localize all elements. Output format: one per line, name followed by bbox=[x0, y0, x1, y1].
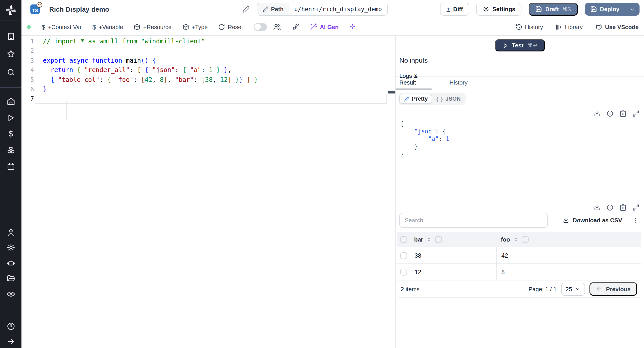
json-toggle-button[interactable]: { } JSON bbox=[432, 94, 465, 103]
table-row[interactable]: 3842 bbox=[397, 247, 641, 264]
column-header-foo[interactable]: foo bbox=[501, 236, 510, 243]
settings-gear-icon[interactable] bbox=[0, 241, 22, 254]
history-button[interactable]: History bbox=[516, 24, 543, 30]
search-input[interactable] bbox=[399, 213, 548, 228]
format-brush-icon[interactable] bbox=[292, 23, 300, 31]
runs-play-icon[interactable] bbox=[0, 111, 22, 124]
panel-resize-divider[interactable] bbox=[389, 36, 395, 348]
path-label: Path bbox=[271, 6, 284, 12]
expand-icon[interactable] bbox=[632, 110, 640, 117]
test-button[interactable]: Test ⌘↵ bbox=[495, 39, 545, 52]
edit-summary-pencil-icon[interactable] bbox=[242, 6, 250, 13]
code-line[interactable]: 1// import * as wmill from "windmill-cli… bbox=[22, 37, 389, 46]
kebab-menu-icon[interactable] bbox=[632, 217, 639, 224]
workspace-building-icon[interactable] bbox=[0, 30, 22, 43]
collab-toggle[interactable] bbox=[254, 23, 267, 31]
ai-gen-button[interactable]: AI Gen bbox=[310, 23, 339, 30]
column-filter-checkbox[interactable] bbox=[522, 236, 528, 243]
info-icon[interactable] bbox=[606, 110, 614, 117]
page-title: Rich Display demo bbox=[49, 0, 109, 18]
vscode-icon bbox=[595, 23, 602, 30]
folders-icon[interactable] bbox=[0, 272, 22, 285]
settings-button[interactable]: Settings bbox=[476, 3, 522, 16]
add-type-button[interactable]: +Type bbox=[182, 24, 208, 30]
user-icon[interactable] bbox=[0, 226, 22, 239]
add-context-var-button[interactable]: $ +Context Var bbox=[42, 23, 82, 31]
workers-robot-icon[interactable] bbox=[0, 256, 22, 270]
draft-shortcut: ⌘S bbox=[562, 6, 571, 12]
table-header-row: bar foo bbox=[397, 232, 641, 247]
line-number: 2 bbox=[22, 46, 34, 56]
result-spacer bbox=[396, 158, 644, 204]
column-header-bar[interactable]: bar bbox=[414, 236, 423, 243]
search-icon[interactable] bbox=[0, 65, 22, 79]
code-lines: 1// import * as wmill from "windmill-cli… bbox=[22, 36, 389, 104]
download-icon[interactable] bbox=[594, 204, 600, 211]
clipboard-copy-icon[interactable] bbox=[620, 110, 626, 117]
clipboard-copy-icon[interactable] bbox=[620, 204, 626, 211]
deploy-button[interactable]: Deploy bbox=[585, 3, 625, 16]
table-search-row: Download as CSV bbox=[396, 211, 644, 228]
users-icon[interactable] bbox=[274, 23, 281, 31]
code-line[interactable]: 2 bbox=[22, 46, 389, 56]
tab-logs-result[interactable]: Logs & Result bbox=[399, 72, 432, 90]
info-icon[interactable] bbox=[606, 204, 614, 211]
code-editor[interactable]: 1// import * as wmill from "windmill-cli… bbox=[22, 36, 389, 348]
tab-history[interactable]: History bbox=[450, 79, 468, 90]
line-number: 7 bbox=[22, 94, 34, 104]
magic-wand-icon bbox=[310, 23, 317, 30]
windmill-logo[interactable] bbox=[0, 0, 22, 20]
code-line[interactable]: 5 { "table-col": { "foo": [42, 8], "bar"… bbox=[22, 75, 389, 84]
pretty-toggle-button[interactable]: Pretty bbox=[399, 94, 432, 104]
code-line[interactable]: 6} bbox=[22, 84, 389, 94]
page-size-select[interactable]: 25 bbox=[561, 282, 585, 296]
path-button[interactable]: Path bbox=[257, 3, 289, 15]
top-header: TS Rich Display demo Path u/henri/rich_d… bbox=[22, 0, 644, 18]
draft-button[interactable]: Draft ⌘S bbox=[529, 3, 578, 16]
row-checkbox[interactable] bbox=[400, 268, 407, 275]
help-icon[interactable] bbox=[0, 319, 22, 333]
sort-icon[interactable] bbox=[513, 236, 519, 242]
column-filter-checkbox[interactable] bbox=[435, 236, 442, 243]
plus-minus-icon: ± bbox=[446, 5, 450, 13]
table-cell-value: 42 bbox=[501, 252, 508, 259]
table-row[interactable]: 128 bbox=[397, 264, 641, 280]
code-line[interactable]: 4 return { "render_all": [ { "json": { "… bbox=[22, 65, 389, 75]
app-root: TS Rich Display demo Path u/henri/rich_d… bbox=[0, 0, 644, 348]
sort-icon[interactable] bbox=[426, 236, 432, 242]
rotate-reset-icon bbox=[218, 24, 225, 30]
variables-dollar-icon[interactable] bbox=[0, 127, 22, 140]
select-all-checkbox[interactable] bbox=[400, 236, 407, 243]
expand-icon[interactable] bbox=[632, 204, 640, 211]
no-inputs-label: No inputs bbox=[399, 56, 428, 64]
use-vscode-button[interactable]: Use VScode bbox=[595, 23, 639, 30]
resources-cubes-icon[interactable] bbox=[0, 143, 22, 156]
favorites-star-icon[interactable] bbox=[0, 47, 22, 60]
diff-button[interactable]: ± Diff bbox=[440, 3, 469, 16]
library-button[interactable]: Library bbox=[556, 24, 583, 30]
download-icon[interactable] bbox=[594, 110, 600, 117]
code-line[interactable]: 3export async function main() { bbox=[22, 56, 389, 66]
path-group: Path u/henri/rich_display_demo bbox=[257, 3, 388, 16]
row-checkbox[interactable] bbox=[400, 252, 407, 259]
add-variable-button[interactable]: $ +Variable bbox=[92, 23, 123, 31]
reset-button[interactable]: Reset bbox=[218, 24, 243, 30]
deploy-dropdown-button[interactable] bbox=[625, 3, 640, 16]
active-tab-underline bbox=[396, 88, 432, 90]
audit-eye-icon[interactable] bbox=[0, 287, 22, 300]
table-cell-value: 8 bbox=[501, 268, 505, 275]
line-number: 1 bbox=[22, 37, 34, 46]
library-icon bbox=[556, 24, 562, 30]
expand-sidebar-arrow-icon[interactable] bbox=[0, 334, 22, 348]
line-number: 5 bbox=[22, 75, 34, 84]
items-count: 2 items bbox=[401, 286, 420, 292]
schedules-calendar-icon[interactable] bbox=[0, 160, 22, 173]
code-line[interactable]: 7 bbox=[22, 94, 389, 104]
home-icon[interactable] bbox=[0, 94, 22, 108]
pen-icon bbox=[404, 96, 410, 102]
download-csv-button[interactable]: Download as CSV bbox=[563, 217, 622, 224]
path-value[interactable]: u/henri/rich_display_demo bbox=[289, 3, 387, 15]
sparkles-icon[interactable] bbox=[349, 23, 356, 30]
add-resource-button[interactable]: +Resource bbox=[134, 24, 172, 30]
previous-page-button[interactable]: Previous bbox=[590, 282, 637, 296]
